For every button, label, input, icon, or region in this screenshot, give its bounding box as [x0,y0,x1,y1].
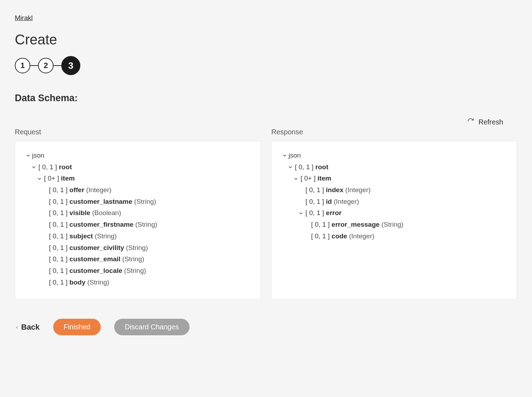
field-type: (Integer) [332,197,359,206]
cardinality-label: [ 0, 1 ] [311,232,332,241]
response-label: Response [271,128,517,136]
field-name: code [332,232,347,241]
field-type: (String) [93,232,117,241]
field-name: item [317,174,331,183]
field-type: (Integer) [84,186,111,195]
response-panel: json[ 0, 1 ] root[ 0+ ] item[ 0, 1 ] ind… [271,141,517,300]
field-name: error [326,209,341,218]
chevron-down-icon [286,164,294,170]
field-name: visible [69,209,90,218]
field-name: id [326,197,332,206]
chevron-left-icon [15,323,19,332]
field-type: (Integer) [344,186,371,195]
response-tree[interactable]: json[ 0, 1 ] root[ 0+ ] item[ 0, 1 ] ind… [272,141,517,299]
tree-row[interactable]: [ 0+ ] item [36,173,251,184]
step-connector [30,65,38,66]
tree-row: [ 0, 1 ] id (Integer) [297,196,508,208]
request-panel: json[ 0, 1 ] root[ 0+ ] item[ 0, 1 ] off… [15,141,261,300]
cardinality-label: [ 0, 1 ] [49,197,69,206]
cardinality-label: [ 0, 1 ] [49,232,69,241]
tree-row: [ 0, 1 ] index (Integer) [297,184,508,196]
chevron-down-icon [30,164,38,170]
chevron-down-icon [24,153,32,158]
cardinality-label: [ 0, 1 ] [49,244,69,252]
field-name: customer_firstname [69,220,134,229]
refresh-icon [467,118,474,127]
step-connector [54,65,61,66]
cardinality-label: [ 0, 1 ] [49,255,69,264]
tree-row: [ 0, 1 ] customer_locale (String) [41,265,251,277]
tree-row: [ 0, 1 ] error_message (String) [303,219,508,231]
field-name: customer_civility [69,244,124,252]
tree-row: [ 0, 1 ] offer (Integer) [41,184,251,196]
tree-row[interactable]: [ 0, 1 ] root [286,161,508,173]
cardinality-label: [ 0, 1 ] [49,278,69,287]
step-3[interactable]: 3 [61,56,80,75]
tree-row: [ 0, 1 ] customer_civility (String) [41,242,251,254]
cardinality-label: [ 0, 1 ] [49,267,69,275]
tree-row[interactable]: json [24,150,251,161]
cardinality-label: [ 0+ ] [44,174,61,183]
field-type: (Boolean) [90,209,121,218]
field-name: offer [69,186,84,195]
back-label: Back [21,323,40,332]
tree-row: [ 0, 1 ] code (Integer) [303,231,508,242]
tree-row[interactable]: [ 0+ ] item [292,173,508,184]
field-type: (String) [132,197,156,206]
field-type: (String) [120,255,144,264]
step-2[interactable]: 2 [38,58,54,73]
cardinality-label: [ 0, 1 ] [305,186,326,195]
cardinality-label: [ 0, 1 ] [311,220,332,229]
field-name: customer_lastname [69,197,132,206]
chevron-down-icon [281,153,289,158]
step-1[interactable]: 1 [15,58,30,73]
section-title: Data Schema: [15,93,517,104]
field-name: root [59,163,72,172]
tree-row[interactable]: [ 0, 1 ] error [297,207,508,219]
back-button[interactable]: Back [15,323,40,332]
tree-row: [ 0, 1 ] customer_lastname (String) [41,196,251,208]
request-label: Request [15,128,261,136]
refresh-button[interactable]: Refresh [467,118,503,127]
field-name: index [326,186,344,195]
field-type: (String) [124,244,148,252]
tree-row: [ 0, 1 ] customer_email (String) [41,254,251,265]
field-type: (String) [85,278,109,287]
field-name: root [315,163,328,172]
cardinality-label: [ 0+ ] [301,174,317,183]
cardinality-label: [ 0, 1 ] [49,209,69,218]
cardinality-label: [ 0, 1 ] [305,197,326,206]
cardinality-label: [ 0, 1 ] [38,163,59,172]
refresh-label: Refresh [478,118,503,126]
tree-row[interactable]: json [281,150,508,161]
finished-button[interactable]: Finished [53,319,101,335]
breadcrumb-link-mirakl[interactable]: Mirakl [15,14,33,22]
discard-button[interactable]: Discard Changes [114,319,189,335]
field-name: customer_locale [69,267,122,275]
cardinality-label: [ 0, 1 ] [49,220,69,229]
field-name: body [69,278,85,287]
stepper: 1 2 3 [15,56,517,75]
tree-row: [ 0, 1 ] body (String) [41,277,251,288]
field-name: subject [69,232,93,241]
field-name: json [289,151,301,160]
field-type: (String) [379,220,403,229]
tree-row: [ 0, 1 ] customer_firstname (String) [41,219,251,231]
field-type: (String) [122,267,146,275]
page-title: Create [15,32,517,48]
tree-row: [ 0, 1 ] visible (Boolean) [41,207,251,219]
chevron-down-icon [292,176,300,182]
chevron-down-icon [297,210,305,216]
tree-row[interactable]: [ 0, 1 ] root [30,161,251,173]
cardinality-label: [ 0, 1 ] [49,186,69,195]
field-type: (String) [134,220,157,229]
field-name: json [32,151,44,160]
request-tree[interactable]: json[ 0, 1 ] root[ 0+ ] item[ 0, 1 ] off… [15,141,260,299]
chevron-down-icon [36,176,43,182]
field-type: (Integer) [347,232,374,241]
field-name: item [61,174,75,183]
cardinality-label: [ 0, 1 ] [295,163,315,172]
cardinality-label: [ 0, 1 ] [305,209,326,218]
field-name: error_message [332,220,379,229]
field-name: customer_email [69,255,120,264]
